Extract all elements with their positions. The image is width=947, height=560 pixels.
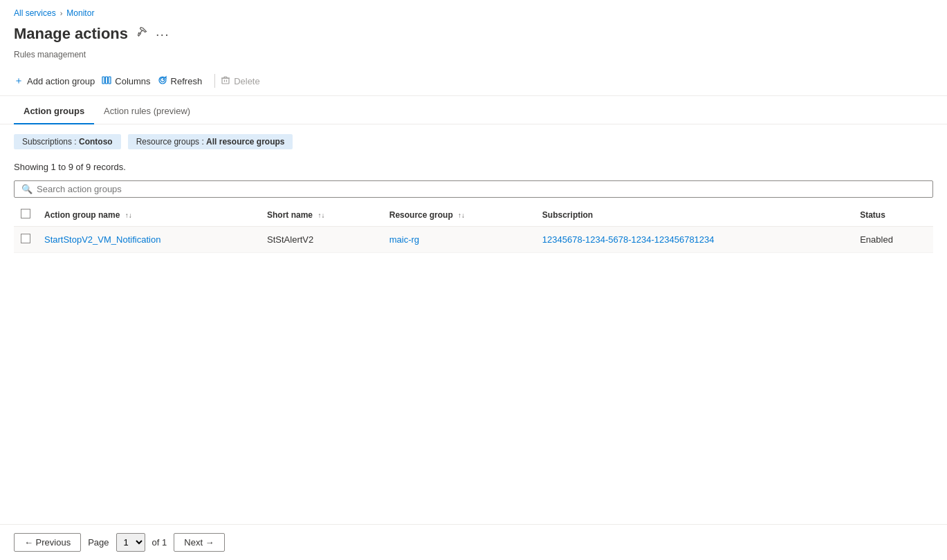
pin-icon[interactable]	[136, 27, 147, 41]
tab-action-rules[interactable]: Action rules (preview)	[94, 99, 200, 124]
sort-action-group-name: ↑↓	[125, 212, 132, 219]
search-bar-wrap: 🔍	[0, 178, 947, 203]
breadcrumb: All services › Monitor	[0, 0, 947, 21]
breadcrumb-monitor[interactable]: Monitor	[66, 8, 94, 18]
more-options-icon[interactable]: ···	[156, 26, 169, 42]
filters: Subscriptions : Contoso Resource groups …	[0, 124, 947, 159]
row-name: StartStopV2_VM_Notification	[37, 227, 260, 253]
col-short-name[interactable]: Short name ↑↓	[260, 203, 383, 227]
page-header: Manage actions ···	[0, 21, 947, 50]
resource-groups-filter[interactable]: Resource groups : All resource groups	[128, 134, 293, 149]
table-wrap: Action group name ↑↓ Short name ↑↓ Resou…	[0, 203, 947, 253]
svg-rect-0	[102, 77, 104, 84]
select-all-checkbox-cell	[14, 203, 37, 227]
resource-groups-value: All resource groups	[206, 137, 284, 147]
subscription-link[interactable]: 12345678-1234-5678-1234-123456781234	[542, 234, 715, 245]
refresh-icon	[158, 75, 167, 87]
breadcrumb-all-services[interactable]: All services	[14, 8, 56, 18]
toolbar: ＋ Add action group Columns Refresh	[0, 66, 947, 96]
search-bar: 🔍	[14, 180, 933, 198]
col-subscription: Subscription	[535, 203, 853, 227]
sort-short-name: ↑↓	[318, 212, 324, 219]
select-all-checkbox[interactable]	[21, 209, 30, 218]
refresh-button[interactable]: Refresh	[158, 73, 210, 90]
delete-button[interactable]: Delete	[221, 73, 267, 90]
row-short-name: StStAlertV2	[260, 227, 383, 253]
svg-rect-2	[109, 77, 111, 84]
search-icon: 🔍	[21, 184, 33, 194]
table-row: StartStopV2_VM_Notification StStAlertV2 …	[14, 227, 933, 253]
delete-icon	[221, 75, 230, 87]
columns-button[interactable]: Columns	[102, 73, 157, 90]
col-action-group-name[interactable]: Action group name ↑↓	[37, 203, 260, 227]
action-groups-table: Action group name ↑↓ Short name ↑↓ Resou…	[14, 203, 933, 253]
add-action-group-button[interactable]: ＋ Add action group	[14, 72, 102, 90]
subscriptions-value: Contoso	[79, 137, 113, 147]
columns-icon	[102, 75, 111, 87]
tab-action-groups[interactable]: Action groups	[14, 99, 94, 124]
row-status: Enabled	[853, 227, 933, 253]
resource-group-link[interactable]: maic-rg	[389, 234, 419, 245]
sort-resource-group: ↑↓	[458, 212, 465, 219]
subscriptions-filter[interactable]: Subscriptions : Contoso	[14, 134, 121, 149]
col-status: Status	[853, 203, 933, 227]
page-title: Manage actions	[14, 25, 128, 43]
svg-rect-1	[106, 77, 108, 84]
row-checkbox-cell	[14, 227, 37, 253]
add-icon: ＋	[14, 75, 24, 87]
table-header-row: Action group name ↑↓ Short name ↑↓ Resou…	[14, 203, 933, 227]
subscriptions-label: Subscriptions :	[22, 137, 77, 147]
breadcrumb-sep-1: ›	[60, 9, 63, 17]
svg-rect-3	[222, 78, 229, 84]
row-checkbox[interactable]	[21, 234, 30, 243]
resource-groups-label: Resource groups :	[136, 137, 204, 147]
toolbar-separator	[214, 74, 215, 88]
action-group-name-link[interactable]: StartStopV2_VM_Notification	[44, 234, 160, 245]
row-subscription: 12345678-1234-5678-1234-123456781234	[535, 227, 853, 253]
records-info: Showing 1 to 9 of 9 records.	[0, 159, 947, 178]
tabs: Action groups Action rules (preview)	[0, 99, 947, 124]
col-resource-group[interactable]: Resource group ↑↓	[383, 203, 535, 227]
row-resource-group: maic-rg	[383, 227, 535, 253]
subtitle: Rules management	[0, 50, 947, 66]
search-input[interactable]	[37, 184, 926, 194]
